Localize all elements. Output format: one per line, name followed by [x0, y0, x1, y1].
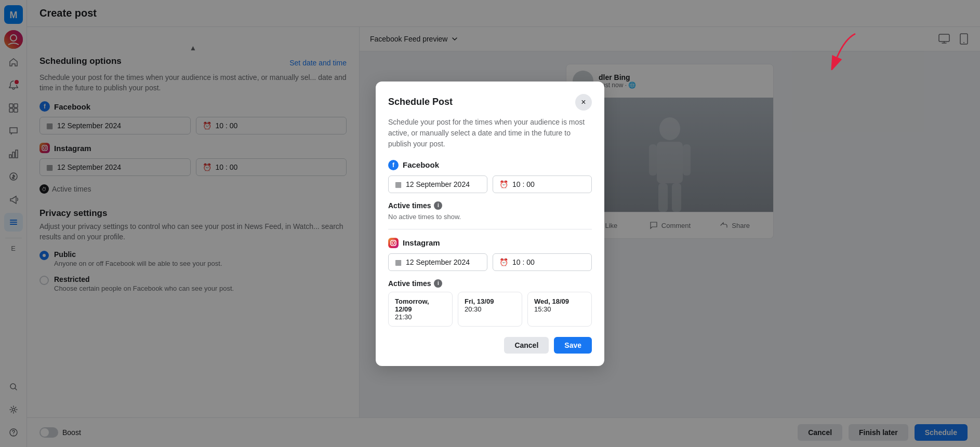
modal-instagram-date-time: ▦ 12 September 2024 ⏰ 10 : 00 — [388, 253, 592, 271]
active-time-slot-1[interactable]: Fri, 13/09 20:30 — [458, 292, 522, 327]
active-time-hour-0: 21:30 — [395, 313, 446, 321]
active-time-slot-0[interactable]: Tomorrow, 12/09 21:30 — [388, 292, 453, 327]
modal-instagram-date[interactable]: ▦ 12 September 2024 — [388, 253, 487, 271]
svg-rect-32 — [391, 240, 396, 246]
modal-instagram-active-times-header: Active times i — [388, 279, 592, 288]
modal-instagram-time[interactable]: ⏰ 10 : 00 — [493, 253, 592, 271]
active-time-hour-2: 15:30 — [534, 305, 585, 313]
active-time-options: Tomorrow, 12/09 21:30 Fri, 13/09 20:30 W… — [388, 292, 592, 327]
modal-instagram-label: Instagram — [388, 238, 592, 248]
modal-header: Schedule Post × — [388, 94, 592, 111]
modal-calendar-icon-ig: ▦ — [395, 258, 402, 266]
modal-description: Schedule your post for the times when yo… — [388, 117, 592, 150]
modal-cancel-button[interactable]: Cancel — [504, 337, 549, 354]
svg-point-33 — [392, 241, 395, 244]
modal-facebook-icon: f — [388, 160, 399, 170]
modal-calendar-icon-fb: ▦ — [395, 180, 402, 188]
modal-instagram-icon — [388, 238, 399, 248]
no-active-times: No active times to show. — [388, 213, 592, 221]
modal-facebook-label: f Facebook — [388, 160, 592, 170]
modal-facebook-date[interactable]: ▦ 12 September 2024 — [388, 175, 487, 193]
modal-title: Schedule Post — [388, 97, 453, 107]
modal-facebook-time[interactable]: ⏰ 10 : 00 — [493, 175, 592, 193]
modal-overlay[interactable]: Schedule Post × Schedule your post for t… — [0, 0, 980, 447]
modal-close-button[interactable]: × — [575, 94, 592, 111]
modal-instagram-active-times: Active times i Tomorrow, 12/09 21:30 Fri… — [388, 279, 592, 327]
active-time-day-0: Tomorrow, 12/09 — [395, 297, 446, 313]
modal-facebook-date-time: ▦ 12 September 2024 ⏰ 10 : 00 — [388, 175, 592, 193]
svg-point-34 — [394, 241, 395, 241]
active-time-slot-2[interactable]: Wed, 18/09 15:30 — [527, 292, 592, 327]
active-time-hour-1: 20:30 — [465, 305, 515, 313]
modal-facebook-active-times: Active times i No active times to show. — [388, 201, 592, 221]
active-time-day-1: Fri, 13/09 — [465, 297, 515, 305]
schedule-post-modal: Schedule Post × Schedule your post for t… — [376, 82, 604, 366]
modal-clock-icon-ig: ⏰ — [499, 258, 508, 266]
modal-facebook-active-times-header: Active times i — [388, 201, 592, 210]
modal-save-button[interactable]: Save — [554, 337, 592, 354]
info-icon-ig[interactable]: i — [434, 279, 442, 288]
modal-clock-icon-fb: ⏰ — [499, 180, 508, 188]
modal-footer: Cancel Save — [388, 337, 592, 354]
modal-divider — [388, 229, 592, 229]
active-time-day-2: Wed, 18/09 — [534, 297, 585, 305]
info-icon-fb[interactable]: i — [434, 201, 442, 210]
